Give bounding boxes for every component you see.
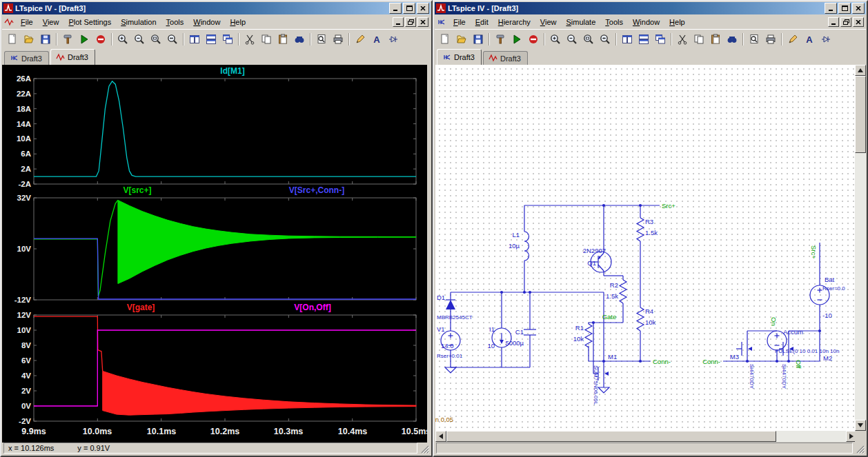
component-icon[interactable] xyxy=(818,31,834,48)
menu-edit[interactable]: Edit xyxy=(471,16,493,28)
tile-horizontal-icon[interactable] xyxy=(203,31,219,48)
schematic-text: Conn- xyxy=(702,358,720,365)
component-icon[interactable] xyxy=(385,31,402,48)
new-icon[interactable] xyxy=(437,31,453,48)
close-button[interactable] xyxy=(417,17,428,27)
restore-button[interactable] xyxy=(405,17,416,27)
print-icon[interactable] xyxy=(330,31,346,48)
menu-view[interactable]: View xyxy=(38,16,64,28)
resize-grip[interactable] xyxy=(855,443,865,454)
tab-draft3-schematic[interactable]: Draft3 xyxy=(437,49,482,65)
vertical-scroll-thumb[interactable] xyxy=(855,76,866,153)
horizontal-scroll-thumb[interactable] xyxy=(446,431,776,442)
menu-help[interactable]: Help xyxy=(664,16,690,28)
vertical-scrollbar[interactable] xyxy=(855,65,866,431)
save-icon[interactable] xyxy=(470,31,486,48)
title-bar[interactable]: LTspice IV - [Draft3] xyxy=(2,2,431,14)
wire-icon[interactable] xyxy=(352,31,368,48)
close-button[interactable] xyxy=(852,3,865,14)
resistor-symbol[interactable] xyxy=(637,218,644,241)
zoom-area-icon[interactable] xyxy=(580,31,597,48)
zoom-full-icon[interactable] xyxy=(597,31,613,48)
run-icon[interactable] xyxy=(76,31,92,48)
zoom-in-icon[interactable] xyxy=(547,31,564,48)
zoom-in-icon[interactable] xyxy=(115,31,131,48)
open-icon[interactable] xyxy=(21,31,37,48)
zoom-area-icon[interactable] xyxy=(148,31,164,48)
maximize-button[interactable] xyxy=(403,3,415,14)
copy-icon[interactable] xyxy=(691,31,707,48)
menu-file[interactable]: File xyxy=(16,16,38,28)
tab-draft3-waveform[interactable]: Draft3 xyxy=(483,51,528,65)
ground-symbol[interactable] xyxy=(445,367,456,373)
paste-icon[interactable] xyxy=(275,31,291,48)
control-panel-icon[interactable] xyxy=(492,31,509,48)
open-icon[interactable] xyxy=(453,31,470,48)
schematic-canvas[interactable]: L110µR31.5kR21.5kR410kR110k2N2907Q1D1MBR… xyxy=(435,65,857,431)
control-panel-icon[interactable] xyxy=(59,31,76,48)
resize-grip[interactable] xyxy=(420,443,429,454)
menu-simulation[interactable]: Simulation xyxy=(116,16,161,28)
minimize-button[interactable] xyxy=(828,17,839,27)
run-icon[interactable] xyxy=(509,31,525,48)
menu-simulate[interactable]: Simulate xyxy=(561,16,600,28)
resistor-symbol[interactable] xyxy=(620,280,627,303)
paste-icon[interactable] xyxy=(707,31,724,48)
title-bar[interactable]: LTspice IV - [Draft3] xyxy=(435,2,866,14)
minimize-button[interactable] xyxy=(389,3,402,14)
menu-plot-settings[interactable]: Plot Settings xyxy=(63,16,116,28)
zoom-out-icon[interactable] xyxy=(131,31,148,48)
close-button[interactable] xyxy=(853,17,864,27)
find-icon[interactable] xyxy=(291,31,308,48)
restore-button[interactable] xyxy=(840,17,851,27)
print-preview-icon[interactable] xyxy=(313,31,330,48)
cascade-icon[interactable] xyxy=(219,31,236,48)
print-preview-icon[interactable] xyxy=(746,31,762,48)
capacitor-symbol[interactable] xyxy=(524,329,536,335)
find-icon[interactable] xyxy=(724,31,740,48)
new-icon[interactable] xyxy=(4,31,21,48)
horizontal-scrollbar[interactable] xyxy=(435,431,857,442)
menu-tools[interactable]: Tools xyxy=(161,16,189,28)
wire-icon[interactable] xyxy=(785,31,801,48)
copy-icon[interactable] xyxy=(258,31,275,48)
schematic-text: R4 xyxy=(645,307,653,315)
menu-window[interactable]: Window xyxy=(188,16,225,28)
save-icon[interactable] xyxy=(37,31,54,48)
resistor-symbol[interactable] xyxy=(637,307,644,331)
menu-view[interactable]: View xyxy=(535,16,562,28)
cut-icon[interactable] xyxy=(674,31,691,48)
menu-help[interactable]: Help xyxy=(225,16,250,28)
minimize-button[interactable] xyxy=(825,3,837,14)
nmos-symbol[interactable] xyxy=(742,341,752,357)
halt-icon[interactable] xyxy=(525,31,542,48)
minimize-button[interactable] xyxy=(393,17,404,27)
print-icon[interactable] xyxy=(762,31,779,48)
label-icon[interactable]: A xyxy=(368,31,385,48)
menu-tools[interactable]: Tools xyxy=(600,16,628,28)
halt-icon[interactable] xyxy=(92,31,109,48)
tile-vertical-icon[interactable] xyxy=(186,31,203,48)
zoom-full-icon[interactable] xyxy=(164,31,181,48)
label-icon[interactable]: A xyxy=(801,31,818,48)
scroll-left-button[interactable] xyxy=(435,431,446,442)
menu-hierarchy[interactable]: Hierarchy xyxy=(493,16,535,28)
resistor-symbol[interactable] xyxy=(585,324,592,347)
menu-window[interactable]: Window xyxy=(628,16,664,28)
scroll-up-button[interactable] xyxy=(855,65,866,76)
scroll-down-button[interactable] xyxy=(855,420,866,431)
waveform-plot-area[interactable]: 26A22A18A14A10A6A2A-2AId[M1]32V10V-12VV[… xyxy=(2,65,427,443)
menu-file[interactable]: File xyxy=(448,16,471,28)
inductor-symbol[interactable] xyxy=(524,232,529,261)
ground-symbol[interactable] xyxy=(598,387,609,393)
tile-horizontal-icon[interactable] xyxy=(635,31,652,48)
tab-draft3-waveform[interactable]: Draft3 xyxy=(50,49,95,65)
close-button[interactable] xyxy=(417,3,429,14)
cascade-icon[interactable] xyxy=(652,31,669,48)
tab-draft3-schematic[interactable]: Draft3 xyxy=(4,51,49,65)
nmos-symbol[interactable] xyxy=(598,365,609,382)
maximize-button[interactable] xyxy=(838,3,851,14)
cut-icon[interactable] xyxy=(241,31,258,48)
zoom-out-icon[interactable] xyxy=(564,31,580,48)
tile-vertical-icon[interactable] xyxy=(619,31,635,48)
